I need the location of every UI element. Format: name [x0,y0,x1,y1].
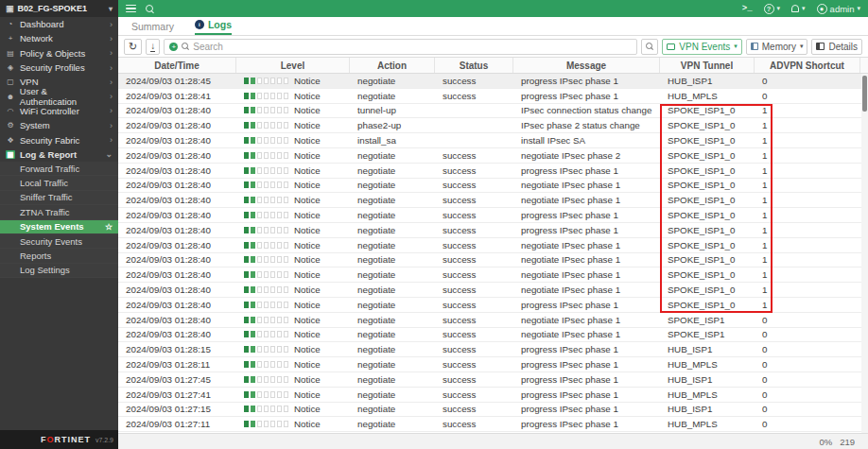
cell-status: success [435,283,513,297]
column-header-level[interactable]: Level [236,58,350,73]
cell-datetime: 2024/09/03 01:28:40 [118,133,236,147]
table-row[interactable]: 2024/09/03 01:27:11Noticenegotiatesucces… [118,417,868,432]
cell-message: progress IPsec phase 1 [513,89,660,103]
chevron-down-icon: ▾ [109,5,113,13]
table-row[interactable]: 2024/09/03 01:28:40Noticenegotiatesucces… [118,253,868,268]
cell-status: success [435,89,513,103]
log-type-dropdown[interactable]: VPN Events▾ [662,39,741,55]
cell-advpn-shortcut: 1 [755,283,860,297]
cell-advpn-shortcut: 1 [755,223,860,237]
device-selector[interactable]: ▣ B02_FG-SPOKE1 ▾ [0,0,118,17]
table-row[interactable]: 2024/09/03 01:28:40Noticenegotiatesucces… [118,148,868,164]
sidebar-item-security-fabric[interactable]: ❖Security Fabric› [0,132,118,147]
cell-datetime: 2024/09/03 01:28:40 [118,148,236,163]
favorite-star-icon[interactable]: ☆ [105,222,113,232]
tab-logs[interactable]: iLogs [195,19,232,35]
chevron-right-icon: › [110,63,113,73]
vertical-scrollbar[interactable] [861,74,868,433]
hamburger-menu-icon[interactable] [126,5,136,13]
cli-console-icon[interactable]: >_ [742,4,753,13]
table-row[interactable]: 2024/09/03 01:28:40Noticenegotiatesucces… [118,268,868,283]
column-header-vpn-tunnel[interactable]: VPN Tunnel [660,58,755,73]
table-row[interactable]: 2024/09/03 01:28:40Noticenegotiatesucces… [118,223,868,238]
cell-advpn-shortcut: 0 [755,74,860,88]
table-row[interactable]: 2024/09/03 01:28:45Noticenegotiatesucces… [118,74,868,89]
log-report-submenu: Forward TrafficLocal TrafficSniffer Traf… [0,162,118,278]
sidebar-item-forward-traffic[interactable]: Forward Traffic [0,162,118,176]
columns-icon [816,43,825,50]
sidebar-item-reports[interactable]: Reports [0,249,118,263]
refresh-button[interactable]: ↻ [124,39,142,55]
column-header-advpn-shortcut[interactable]: ADVPN Shortcut [755,58,860,73]
tab-summary[interactable]: Summary [131,21,174,35]
table-row[interactable]: 2024/09/03 01:28:40Noticephase2-upIPsec … [118,118,868,133]
log-source-dropdown[interactable]: Memory▾ [746,39,808,55]
sidebar-item-system-events[interactable]: System Events☆ [0,220,118,234]
table-row[interactable]: 2024/09/03 01:28:40Noticenegotiatesucces… [118,313,868,328]
table-row[interactable]: 2024/09/03 01:28:40Noticeinstall_sainsta… [118,133,868,148]
sidebar-item-dashboard[interactable]: ◔Dashboard› [0,17,118,31]
sidebar-item-security-events[interactable]: Security Events [0,234,118,249]
cell-level: Notice [236,148,350,163]
table-row[interactable]: 2024/09/03 01:28:40Noticetunnel-upIPsec … [118,104,868,119]
cell-action: install_sa [350,133,435,147]
level-label: Notice [294,91,321,101]
sidebar-item-local-traffic[interactable]: Local Traffic [0,176,118,190]
cell-status: success [435,238,513,252]
table-row[interactable]: 2024/09/03 01:28:40Noticenegotiatesucces… [118,208,868,223]
sidebar-item-policy-objects[interactable]: ▤Policy & Objects› [0,46,118,60]
sidebar-item-log-settings[interactable]: Log Settings [0,264,118,278]
search-icon [646,43,653,50]
cell-advpn-shortcut: 1 [755,268,860,282]
table-row[interactable]: 2024/09/03 01:27:41Noticenegotiatesucces… [118,388,868,403]
user-menu[interactable]: ●admin▾ [817,4,860,14]
column-header-status[interactable]: Status [435,58,513,73]
table-row[interactable]: 2024/09/03 01:28:41Noticenegotiatesucces… [118,89,868,104]
details-button[interactable]: Details [811,39,862,55]
table-row[interactable]: 2024/09/03 01:28:11Noticenegotiatesucces… [118,357,868,372]
sidebar-item-system[interactable]: ⚙System› [0,118,118,132]
column-header-date-time[interactable]: Date/Time [118,58,236,73]
cell-message: install IPsec SA [513,133,660,147]
cell-action: negotiate [350,253,435,268]
cell-vpn-tunnel: SPOKE_ISP1_0 [660,253,755,268]
table-row[interactable]: 2024/09/03 01:28:40Noticenegotiatesucces… [118,193,868,208]
sidebar-item-label: Security Profiles [20,62,85,73]
cell-datetime: 2024/09/03 01:28:40 [118,313,236,327]
cell-action: negotiate [350,179,435,193]
table-row[interactable]: 2024/09/03 01:28:40Noticenegotiatesucces… [118,164,868,179]
column-header-message[interactable]: Message [513,58,660,73]
table-row[interactable]: 2024/09/03 01:28:40Noticenegotiatesucces… [118,238,868,253]
sidebar-item-sniffer-traffic[interactable]: Sniffer Traffic [0,191,118,205]
cell-vpn-tunnel: HUB_MPLS [660,388,755,402]
sidebar-item-network[interactable]: +Network› [0,31,118,45]
search-button[interactable] [641,39,658,55]
level-label: Notice [294,359,321,370]
help-menu[interactable]: ?▾ [764,4,781,14]
cell-vpn-tunnel: SPOKE_ISP1_0 [660,118,755,132]
table-row[interactable]: 2024/09/03 01:27:15Noticenegotiatesucces… [118,403,868,418]
global-search-icon[interactable] [146,5,154,13]
cell-level: Notice [236,268,350,282]
add-filter-icon[interactable]: + [169,43,178,51]
scrollbar-thumb[interactable] [862,76,867,112]
sidebar-item-label: Security Fabric [20,135,79,146]
table-row[interactable]: 2024/09/03 01:27:45Noticenegotiatesucces… [118,372,868,388]
table-row[interactable]: 2024/09/03 01:28:40Noticenegotiatesucces… [118,179,868,194]
sidebar-item-log-report[interactable]: ▦Log & Report⌄ [0,147,118,162]
sidebar-item-user-authentication[interactable]: ☻User & Authentication› [0,89,118,103]
table-row[interactable]: 2024/09/03 01:28:15Noticenegotiatesucces… [118,342,868,357]
column-header-action[interactable]: Action [350,58,435,73]
load-progress: 0% [819,437,832,447]
download-button[interactable]: ↓ [146,39,160,55]
sidebar-item-ztna-traffic[interactable]: ZTNA Traffic [0,205,118,219]
cell-datetime: 2024/09/03 01:28:40 [118,164,236,178]
table-row[interactable]: 2024/09/03 01:28:40Noticenegotiatesucces… [118,298,868,313]
notifications-menu[interactable]: ▾ [791,5,806,12]
table-row[interactable]: 2024/09/03 01:28:40Noticenegotiatesucces… [118,283,868,298]
cell-datetime: 2024/09/03 01:27:11 [118,417,236,431]
cell-status: success [435,298,513,312]
table-row[interactable]: 2024/09/03 01:28:40Noticenegotiatesucces… [118,328,868,343]
sidebar-item-security-profiles[interactable]: ◈Security Profiles› [0,60,118,75]
search-input[interactable] [193,42,632,52]
